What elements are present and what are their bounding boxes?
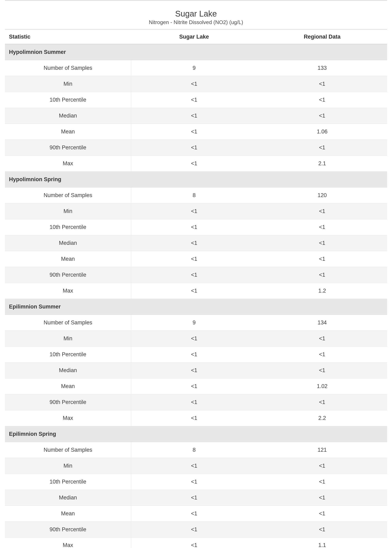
table-row: Number of Samples9133 [5, 60, 387, 76]
col-header-lake: Sugar Lake [131, 29, 257, 44]
lake-value: 9 [131, 60, 257, 76]
table-row: 10th Percentile<1<1 [5, 474, 387, 490]
regional-value: <1 [257, 458, 387, 474]
lake-value: <1 [131, 235, 257, 251]
regional-value: 2.1 [257, 155, 387, 171]
regional-value: <1 [257, 267, 387, 283]
stat-label: Min [5, 76, 131, 92]
regional-value: 1.02 [257, 378, 387, 394]
lake-value: 9 [131, 315, 257, 330]
stat-label: Number of Samples [5, 187, 131, 203]
regional-value: <1 [257, 362, 387, 378]
lake-value: <1 [131, 330, 257, 346]
table-row: Max<11.2 [5, 283, 387, 299]
stat-label: Median [5, 108, 131, 124]
stat-label: Median [5, 235, 131, 251]
stat-label: Max [5, 410, 131, 426]
lake-value: <1 [131, 108, 257, 124]
stat-label: 10th Percentile [5, 92, 131, 108]
col-header-statistic: Statistic [5, 29, 131, 44]
stat-label: Mean [5, 124, 131, 140]
lake-value: <1 [131, 394, 257, 410]
table-row: Min<1<1 [5, 458, 387, 474]
table-row: 90th Percentile<1<1 [5, 394, 387, 410]
regional-value: <1 [257, 394, 387, 410]
section-heading: Hypolimnion Summer [5, 44, 387, 60]
lake-value: <1 [131, 140, 257, 155]
table-row: Median<1<1 [5, 490, 387, 506]
lake-value: <1 [131, 490, 257, 506]
regional-value: <1 [257, 140, 387, 155]
regional-value: <1 [257, 76, 387, 92]
stat-label: Max [5, 283, 131, 299]
section-heading-row: Epilimnion Spring [5, 426, 387, 442]
stat-label: Max [5, 155, 131, 171]
regional-value: <1 [257, 219, 387, 235]
table-row: 90th Percentile<1<1 [5, 140, 387, 155]
lake-value: <1 [131, 92, 257, 108]
regional-value: <1 [257, 474, 387, 490]
lake-value: <1 [131, 203, 257, 219]
section-heading-row: Hypolimnion Spring [5, 171, 387, 187]
col-header-regional: Regional Data [257, 29, 387, 44]
table-row: Mean<1<1 [5, 506, 387, 521]
lake-value: <1 [131, 410, 257, 426]
section-heading: Hypolimnion Spring [5, 171, 387, 187]
table-row: Min<1<1 [5, 76, 387, 92]
table-row: Max<12.1 [5, 155, 387, 171]
regional-value: 134 [257, 315, 387, 330]
lake-value: <1 [131, 378, 257, 394]
stat-label: Median [5, 362, 131, 378]
table-header-row: Statistic Sugar Lake Regional Data [5, 29, 387, 44]
stat-label: 10th Percentile [5, 219, 131, 235]
page-title: Sugar Lake [5, 6, 387, 19]
table-row: Mean<1<1 [5, 251, 387, 267]
table-row: 90th Percentile<1<1 [5, 521, 387, 537]
lake-value: <1 [131, 155, 257, 171]
lake-value: <1 [131, 346, 257, 362]
stat-label: Mean [5, 251, 131, 267]
lake-value: <1 [131, 219, 257, 235]
stat-label: Number of Samples [5, 442, 131, 458]
lake-value: <1 [131, 521, 257, 537]
regional-value: 1.1 [257, 537, 387, 548]
title-block: Sugar Lake Nitrogen - Nitrite Dissolved … [5, 6, 387, 26]
table-row: 10th Percentile<1<1 [5, 346, 387, 362]
lake-value: <1 [131, 362, 257, 378]
page: Sugar Lake Nitrogen - Nitrite Dissolved … [0, 0, 392, 548]
lake-value: <1 [131, 76, 257, 92]
lake-value: <1 [131, 458, 257, 474]
regional-value: <1 [257, 235, 387, 251]
stat-label: Min [5, 330, 131, 346]
top-rule [5, 0, 387, 1]
stat-label: 90th Percentile [5, 140, 131, 155]
section-heading: Epilimnion Spring [5, 426, 387, 442]
table-row: 90th Percentile<1<1 [5, 267, 387, 283]
stat-label: Mean [5, 378, 131, 394]
stat-label: 10th Percentile [5, 474, 131, 490]
stat-label: Median [5, 490, 131, 506]
section-heading-row: Hypolimnion Summer [5, 44, 387, 60]
table-row: Min<1<1 [5, 330, 387, 346]
stat-label: 10th Percentile [5, 346, 131, 362]
regional-value: <1 [257, 506, 387, 521]
lake-value: <1 [131, 506, 257, 521]
regional-value: 133 [257, 60, 387, 76]
regional-value: <1 [257, 346, 387, 362]
lake-value: <1 [131, 267, 257, 283]
table-row: Max<12.2 [5, 410, 387, 426]
table-row: Median<1<1 [5, 235, 387, 251]
regional-value: <1 [257, 490, 387, 506]
stat-label: Min [5, 203, 131, 219]
regional-value: <1 [257, 203, 387, 219]
table-row: Mean<11.06 [5, 124, 387, 140]
lake-value: 8 [131, 442, 257, 458]
regional-value: <1 [257, 108, 387, 124]
stat-label: 90th Percentile [5, 394, 131, 410]
regional-value: <1 [257, 521, 387, 537]
lake-value: <1 [131, 474, 257, 490]
lake-value: <1 [131, 283, 257, 299]
table-row: 10th Percentile<1<1 [5, 92, 387, 108]
regional-value: 120 [257, 187, 387, 203]
table-row: Median<1<1 [5, 362, 387, 378]
